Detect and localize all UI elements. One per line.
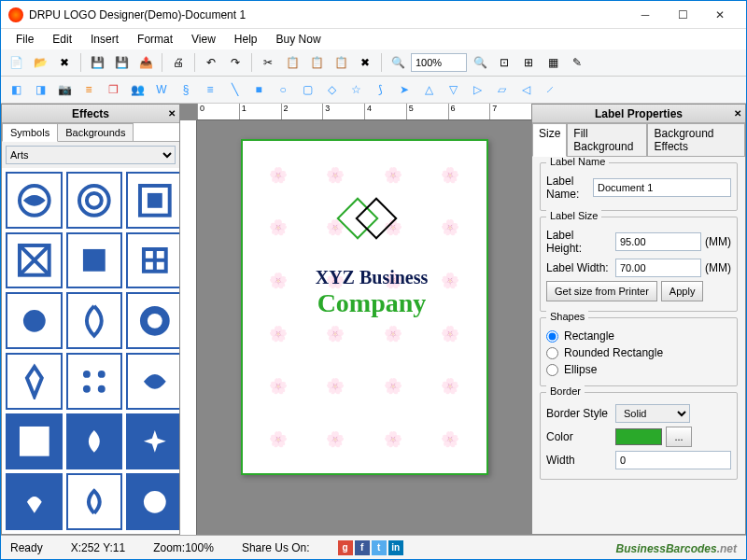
diamond-icon[interactable]: ◇ [320,78,343,101]
symbol-item[interactable] [126,232,179,289]
label-card[interactable]: 🌸🌸🌸🌸 🌸🌸🌸🌸 🌸🌸🌸🌸 🌸🌸🌸🌸 🌸🌸🌸🌸 🌸🌸🌸🌸 XYZ Busine… [241,139,488,475]
symbol-item[interactable] [66,473,123,530]
menu-buynow[interactable]: Buy Now [267,31,331,48]
align-icon[interactable]: ≡ [199,78,221,101]
symbol-item[interactable] [6,473,63,530]
tab-background-effects[interactable]: Background Effects [647,123,745,156]
triangle-up-icon[interactable]: △ [417,78,440,101]
shape-ellipse-radio[interactable] [546,364,558,376]
undo-icon[interactable]: ↶ [200,51,222,74]
delete-icon[interactable]: ✖ [354,51,376,74]
paste-special-icon[interactable]: 📋 [330,51,352,74]
redo-icon[interactable]: ↷ [224,51,247,74]
camera-icon[interactable]: 📷 [53,78,76,101]
get-size-button[interactable]: Get size from Printer [546,281,657,301]
twitter-icon[interactable]: t [372,540,387,555]
facebook-icon[interactable]: f [355,540,370,555]
circle-icon[interactable]: ○ [272,78,294,101]
minimize-button[interactable]: ─ [627,1,664,29]
symbol-item[interactable] [66,353,123,410]
canvas-inner[interactable]: 🌸🌸🌸🌸 🌸🌸🌸🌸 🌸🌸🌸🌸 🌸🌸🌸🌸 🌸🌸🌸🌸 🌸🌸🌸🌸 XYZ Busine… [180,120,531,535]
copy2-icon[interactable]: ❐ [102,78,124,101]
symbol-category-select[interactable]: Arts [6,146,176,164]
maximize-button[interactable]: ☐ [664,1,701,29]
tab-symbols[interactable]: Symbols [2,123,58,142]
symbol-item[interactable] [6,292,63,349]
menu-edit[interactable]: Edit [43,31,81,48]
zoom-out-icon[interactable]: 🔍 [469,51,491,74]
tool-2-icon[interactable]: ◨ [29,78,51,101]
close-doc-icon[interactable]: ✖ [53,51,76,74]
label-name-input[interactable] [593,178,731,197]
rounded-rect-icon[interactable]: ▢ [296,78,318,101]
menu-view[interactable]: View [182,31,225,48]
fit2-icon[interactable]: ⊞ [517,51,540,74]
edit-icon[interactable]: ✎ [566,51,588,74]
save-icon[interactable]: 💾 [86,51,108,74]
tab-size[interactable]: Size [532,123,567,157]
zoom-in-icon[interactable]: 🔍 [387,51,409,74]
logo-mark[interactable] [327,197,402,246]
shape-rectangle-radio[interactable] [546,330,558,343]
symbol-item[interactable] [66,292,123,349]
shape-rounded-radio[interactable] [546,347,558,359]
triangle-down-icon[interactable]: ▽ [442,78,464,101]
height-input[interactable] [615,232,701,251]
symbol-item[interactable] [6,413,63,470]
close-button[interactable]: ✕ [701,1,739,29]
users-icon[interactable]: 👥 [126,78,148,101]
arc-icon[interactable]: ⟆ [369,78,391,101]
apply-button[interactable]: Apply [661,281,704,301]
copy-icon[interactable]: 📋 [281,51,303,74]
symbol-item[interactable] [6,232,63,289]
menu-file[interactable]: File [7,31,43,48]
curve-icon[interactable]: ⟋ [539,78,561,101]
menu-format[interactable]: Format [128,31,182,48]
color-picker-button[interactable]: ... [666,427,692,447]
symbol-item[interactable] [126,413,179,470]
save-as-icon[interactable]: 💾 [110,51,133,74]
symbol-item[interactable] [126,292,179,349]
star-icon[interactable]: ☆ [345,78,367,101]
triangle-right-icon[interactable]: ▷ [466,78,488,101]
zoom-input[interactable] [411,53,467,72]
logo-text-1[interactable]: XYZ Business [250,267,494,288]
border-style-select[interactable]: Solid [615,404,690,423]
menu-insert[interactable]: Insert [81,31,128,48]
rect-fill-icon[interactable]: ■ [247,78,270,101]
linkedin-icon[interactable]: in [388,540,403,555]
symbol-item[interactable] [6,172,63,229]
print-icon[interactable]: 🖨 [167,51,190,74]
word-icon[interactable]: W [150,78,173,101]
parallelogram-icon[interactable]: ▱ [490,78,513,101]
tool-1-icon[interactable]: ◧ [5,78,27,101]
symbol-item[interactable] [66,413,123,470]
symbol-item[interactable] [66,232,123,289]
grid-icon[interactable]: ▦ [542,51,564,74]
border-width-input[interactable] [615,451,731,469]
menu-help[interactable]: Help [225,31,267,48]
open-icon[interactable]: 📂 [29,51,51,74]
symbol-item[interactable] [126,353,179,410]
spiral-icon[interactable]: § [175,78,197,101]
cut-icon[interactable]: ✂ [257,51,279,74]
gplus-icon[interactable]: g [338,540,353,555]
symbol-item[interactable] [66,172,123,229]
border-color-swatch[interactable] [615,428,662,445]
layers-icon[interactable]: ≡ [78,78,100,101]
logo-text-2[interactable]: Company [250,288,494,318]
symbol-item[interactable] [6,353,63,410]
effects-close-icon[interactable]: ✕ [168,108,176,119]
symbol-item[interactable] [126,473,179,530]
width-input[interactable] [615,259,701,277]
export-icon[interactable]: 📤 [134,51,157,74]
arrow-icon[interactable]: ➤ [393,78,416,101]
new-icon[interactable]: 📄 [5,51,27,74]
tab-backgrounds[interactable]: Backgrounds [57,123,134,141]
triangle-left-icon[interactable]: ◁ [514,78,537,101]
symbol-item[interactable] [126,172,179,229]
paste-icon[interactable]: 📋 [305,51,328,74]
tab-fill-background[interactable]: Fill Background [567,123,647,156]
fit1-icon[interactable]: ⊡ [493,51,515,74]
line-icon[interactable]: ╲ [223,78,246,101]
